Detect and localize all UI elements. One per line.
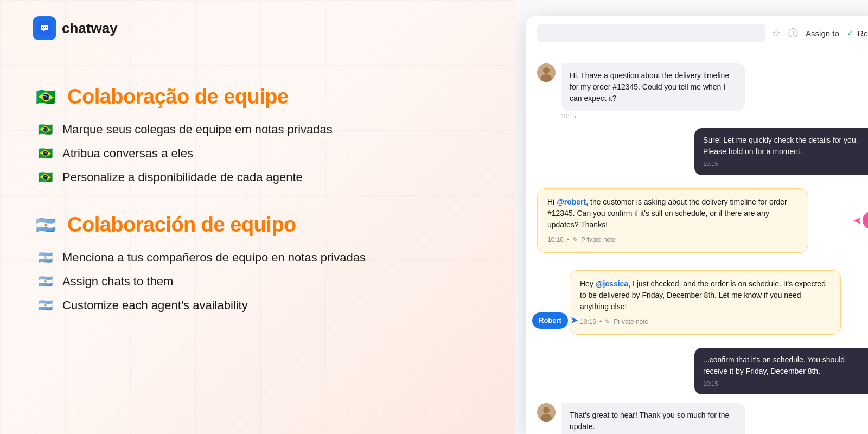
outgoing-message-bubble-2: ...confirm that it's on schedule. You sh…	[694, 348, 868, 395]
logo-text: chatway	[62, 20, 118, 37]
private-note-tag: 10:16 • ✎ Private note	[547, 235, 798, 245]
message-time: 10:15	[703, 159, 868, 169]
message-bubble-wrapper: ...confirm that it's on schedule. You sh…	[694, 348, 868, 395]
chat-header: ☆ ⓘ Assign to ✓ Res...	[526, 16, 868, 50]
incoming-message-bubble-2: That's great to hear! Thank you so much …	[561, 403, 745, 434]
list-item: 🇧🇷 Personalize a disponibilidade de cada…	[38, 170, 483, 184]
jessica-arrow-icon: ➤	[853, 212, 862, 228]
robert-label-container: Robert ➤	[532, 312, 578, 329]
svg-point-8	[543, 407, 550, 413]
private-note-bubble-2: Hey @jessica, I just checked, and the or…	[570, 270, 841, 335]
table-row: ...confirm that it's on schedule. You sh…	[537, 348, 868, 395]
pt-feature-list: 🇧🇷 Marque seus colegas de equipe em nota…	[33, 123, 483, 184]
pt-section-title: Colaboração de equipe	[67, 85, 289, 108]
incoming-message-bubble: Hi, I have a question about the delivery…	[561, 63, 745, 111]
es-feature-list: 🇦🇷 Menciona a tus compañeros de equipo e…	[33, 251, 483, 312]
assign-to-button[interactable]: Assign to	[806, 29, 839, 38]
argentina-flag-inline-2: 🇦🇷	[38, 275, 53, 289]
chat-header-actions: ☆ ⓘ Assign to ✓ Res...	[772, 27, 868, 40]
private-note-bubble: Hi @robert, the customer is asking about…	[537, 188, 808, 253]
private-note-tag-2: 10:16 • ✎ Private note	[580, 317, 831, 327]
pt-section: 🇧🇷 Colaboração de equipe 🇧🇷 Marque seus …	[33, 84, 483, 184]
right-panel: ☆ ⓘ Assign to ✓ Res...	[515, 0, 868, 434]
mention-robert: @robert	[557, 197, 586, 206]
brazil-flag-inline-3: 🇧🇷	[38, 170, 53, 184]
logo-icon	[33, 16, 56, 40]
jessica-badge: Jessica	[863, 212, 868, 229]
star-icon[interactable]: ☆	[772, 27, 781, 39]
mention-jessica: @jessica	[596, 279, 628, 288]
chat-window: ☆ ⓘ Assign to ✓ Res...	[526, 16, 868, 434]
outgoing-message-bubble: Sure! Let me quickly check the details f…	[694, 128, 868, 175]
list-item: 🇦🇷 Menciona a tus compañeros de equipo e…	[38, 251, 483, 265]
chat-search-bar[interactable]	[537, 24, 765, 42]
svg-point-2	[44, 27, 45, 28]
message-bubble-wrapper-3: That's great to hear! Thank you so much …	[561, 403, 745, 434]
left-panel: chatway 🇧🇷 Colaboração de equipe 🇧🇷 Marq…	[0, 0, 515, 434]
svg-point-3	[46, 27, 47, 28]
table-row: Hey @jessica, I just checked, and the or…	[570, 270, 868, 335]
list-item: 🇧🇷 Marque seus colegas de equipe em nota…	[38, 123, 483, 137]
table-row: Hi @robert, the customer is asking about…	[537, 188, 868, 253]
message-time: 10:15	[561, 113, 745, 119]
message-time: 10:16	[580, 317, 596, 327]
chat-messages: Hi, I have a question about the delivery…	[526, 50, 868, 434]
edit-icon-2: ✎	[605, 317, 610, 327]
table-row: Hi, I have a question about the delivery…	[537, 63, 868, 119]
avatar	[537, 63, 556, 82]
pt-title-row: 🇧🇷 Colaboração de equipe	[33, 84, 483, 110]
message-time: 10:15	[703, 379, 868, 388]
table-row: That's great to hear! Thank you so much …	[537, 403, 868, 434]
svg-point-5	[543, 67, 550, 74]
list-item: 🇦🇷 Customize each agent's availability	[38, 298, 483, 312]
brazil-flag-inline-1: 🇧🇷	[38, 123, 53, 137]
edit-icon: ✎	[572, 235, 578, 245]
message-bubble-wrapper: Sure! Let me quickly check the details f…	[694, 128, 868, 175]
argentina-flag-inline-3: 🇦🇷	[38, 298, 53, 312]
es-title-row: 🇦🇷 Colaboración de equipo	[33, 212, 483, 238]
robert-badge: Robert	[532, 312, 568, 329]
message-bubble-wrapper: Hi, I have a question about the delivery…	[561, 63, 745, 119]
message-time: 10:16	[547, 235, 564, 245]
list-item: 🇧🇷 Atribua conversas a eles	[38, 146, 483, 161]
argentina-flag-inline-1: 🇦🇷	[38, 251, 53, 265]
avatar-2	[537, 403, 556, 422]
info-icon[interactable]: ⓘ	[788, 27, 798, 40]
es-section-title: Colaboración de equipo	[67, 213, 296, 237]
brazil-flag-inline-2: 🇧🇷	[38, 146, 53, 161]
svg-point-1	[42, 27, 43, 28]
es-section: 🇦🇷 Colaboración de equipo 🇦🇷 Menciona a …	[33, 212, 483, 312]
table-row: Sure! Let me quickly check the details f…	[537, 128, 868, 175]
robert-arrow-icon: ➤	[570, 313, 578, 328]
brazil-flag: 🇧🇷	[33, 84, 59, 110]
argentina-flag: 🇦🇷	[33, 212, 59, 238]
logo: chatway	[33, 16, 483, 40]
jessica-label-container: ➤ Jessica	[853, 212, 862, 228]
resolved-button[interactable]: ✓ Res...	[847, 28, 868, 38]
list-item: 🇦🇷 Assign chats to them	[38, 275, 483, 289]
